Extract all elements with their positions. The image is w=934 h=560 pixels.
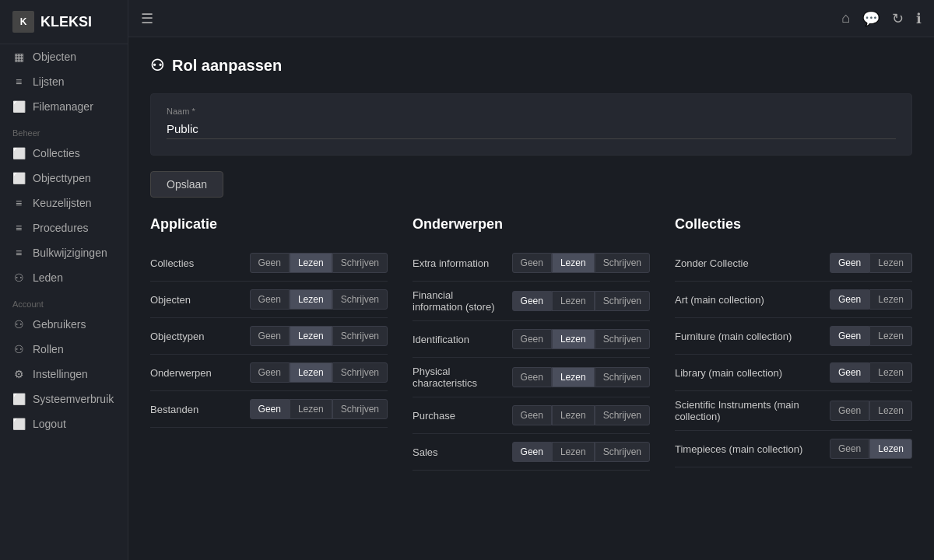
sidebar-item-leden[interactable]: ⚇ Leden [0, 265, 128, 290]
lezen-btn-furniture[interactable]: Lezen [869, 326, 912, 346]
lezen-btn-objecttypen[interactable]: Lezen [290, 326, 332, 346]
schrijven-btn-bestanden[interactable]: Schrijven [332, 399, 388, 419]
geen-btn-extra-info[interactable]: Geen [512, 253, 552, 273]
save-button[interactable]: Opslaan [150, 171, 223, 198]
instellingen-icon: ⚙ [12, 368, 25, 380]
lezen-btn-physical[interactable]: Lezen [552, 367, 595, 387]
perm-row-physical: Physical characteristics Geen Lezen Schr… [413, 358, 650, 397]
sidebar-item-keuzelijsten[interactable]: ≡ Keuzelijsten [0, 191, 128, 215]
geen-btn-purchase[interactable]: Geen [512, 405, 552, 425]
lezen-btn-financial-info[interactable]: Lezen [552, 291, 595, 311]
naam-input[interactable] [167, 119, 896, 139]
perm-label-zonder-collectie: Zonder Collectie [675, 257, 823, 269]
geen-btn-library[interactable]: Geen [830, 362, 869, 383]
geen-btn-zonder-collectie[interactable]: Geen [830, 253, 869, 273]
title-text: Rol aanpassen [172, 57, 282, 75]
schrijven-btn-extra-info[interactable]: Schrijven [595, 253, 650, 273]
lezen-btn-sales[interactable]: Lezen [552, 442, 595, 462]
perm-row-library: Library (main collection) Geen Lezen [675, 355, 912, 391]
geen-btn-objecttypen[interactable]: Geen [250, 326, 290, 346]
perm-buttons-physical: Geen Lezen Schrijven [512, 367, 650, 387]
main-area: ☰ ⌂ 💬 ↻ ℹ ⚇ Rol aanpassen Naam * Opslaan… [128, 0, 934, 560]
perm-buttons-financial-info: Geen Lezen Schrijven [512, 291, 650, 311]
sidebar-item-bulkwijzigingen[interactable]: ≡ Bulkwijzigingen [0, 240, 128, 265]
home-icon[interactable]: ⌂ [841, 10, 850, 26]
perm-buttons-library: Geen Lezen [830, 362, 912, 383]
schrijven-btn-sales[interactable]: Schrijven [595, 442, 650, 462]
geen-btn-bestanden[interactable]: Geen [250, 399, 290, 419]
schrijven-btn-purchase[interactable]: Schrijven [595, 405, 650, 425]
perm-buttons-scientific: Geen Lezen [830, 401, 912, 421]
perm-label-furniture: Furniture (main collection) [675, 331, 823, 342]
lezen-btn-objecten[interactable]: Lezen [290, 289, 332, 310]
perm-label-identification: Identification [413, 334, 506, 345]
lezen-btn-purchase[interactable]: Lezen [552, 405, 595, 425]
schrijven-btn-objecttypen[interactable]: Schrijven [332, 326, 388, 346]
perm-buttons-objecten: Geen Lezen Schrijven [250, 289, 388, 310]
sidebar-item-logout[interactable]: ⬜ Logout [0, 411, 128, 436]
list-icon: ≡ [12, 75, 25, 88]
lezen-btn-timepieces[interactable]: Lezen [869, 439, 912, 459]
lezen-btn-identification[interactable]: Lezen [552, 329, 595, 349]
perm-row-timepieces: Timepieces (main collection) Geen Lezen [675, 431, 912, 467]
lezen-btn-collecties[interactable]: Lezen [290, 253, 332, 273]
perm-row-objecten: Objecten Geen Lezen Schrijven [150, 282, 388, 318]
perm-buttons-bestanden: Geen Lezen Schrijven [250, 399, 388, 419]
geen-btn-art[interactable]: Geen [830, 289, 869, 310]
lezen-btn-art[interactable]: Lezen [869, 289, 912, 310]
sidebar-item-rollen[interactable]: ⚇ Rollen [0, 337, 128, 362]
perm-buttons-furniture: Geen Lezen [830, 326, 912, 346]
sidebar-item-gebruikers[interactable]: ⚇ Gebruikers [0, 312, 128, 337]
perm-row-art: Art (main collection) Geen Lezen [675, 282, 912, 318]
lezen-btn-library[interactable]: Lezen [869, 362, 912, 383]
message-icon[interactable]: 💬 [862, 10, 880, 27]
sidebar-item-collecties[interactable]: ⬜ Collecties [0, 141, 128, 166]
info-icon[interactable]: ℹ [916, 10, 922, 27]
sidebar-item-instellingen[interactable]: ⚙ Instellingen [0, 362, 128, 387]
sidebar-item-lijsten[interactable]: ≡ Lijsten [0, 69, 128, 94]
perm-buttons-art: Geen Lezen [830, 289, 912, 310]
schrijven-btn-financial-info[interactable]: Schrijven [595, 291, 650, 311]
perm-buttons-extra-info: Geen Lezen Schrijven [512, 253, 650, 273]
permissions-grid: Applicatie Collecties Geen Lezen Schrijv… [150, 216, 912, 471]
schrijven-btn-physical[interactable]: Schrijven [595, 367, 650, 387]
lezen-btn-scientific[interactable]: Lezen [869, 401, 912, 421]
sidebar-item-objecttypen[interactable]: ⬜ Objecttypen [0, 166, 128, 191]
schrijven-btn-objecten[interactable]: Schrijven [332, 289, 388, 310]
lezen-btn-extra-info[interactable]: Lezen [552, 253, 595, 273]
logo: K KLEKSI [0, 0, 128, 44]
perm-row-furniture: Furniture (main collection) Geen Lezen [675, 318, 912, 355]
geen-btn-scientific[interactable]: Geen [830, 401, 869, 421]
menu-icon[interactable]: ☰ [141, 10, 153, 27]
sidebar-item-filemanager[interactable]: ⬜ Filemanager [0, 94, 128, 119]
geen-btn-collecties[interactable]: Geen [250, 253, 290, 273]
geen-btn-physical[interactable]: Geen [512, 367, 552, 387]
schrijven-btn-onderwerpen[interactable]: Schrijven [332, 362, 388, 383]
naam-label: Naam * [167, 107, 896, 116]
refresh-icon[interactable]: ↻ [892, 10, 904, 27]
topbar: ☰ ⌂ 💬 ↻ ℹ [128, 0, 934, 37]
geen-btn-timepieces[interactable]: Geen [830, 439, 869, 459]
sidebar-item-procedures[interactable]: ≡ Procedures [0, 215, 128, 240]
schrijven-btn-identification[interactable]: Schrijven [595, 329, 650, 349]
sidebar-item-objecten[interactable]: ▦ Objecten [0, 44, 128, 69]
lezen-btn-bestanden[interactable]: Lezen [290, 399, 332, 419]
lezen-btn-zonder-collectie[interactable]: Lezen [869, 253, 912, 273]
perm-row-collecties: Collecties Geen Lezen Schrijven [150, 245, 388, 282]
onderwerpen-title: Onderwerpen [413, 216, 650, 233]
schrijven-btn-collecties[interactable]: Schrijven [332, 253, 388, 273]
geen-btn-sales[interactable]: Geen [512, 442, 552, 462]
lezen-btn-onderwerpen[interactable]: Lezen [290, 362, 332, 383]
perm-row-purchase: Purchase Geen Lezen Schrijven [413, 397, 650, 434]
perm-label-library: Library (main collection) [675, 367, 823, 379]
geen-btn-identification[interactable]: Geen [512, 329, 552, 349]
collecties-perm-title: Collecties [675, 216, 912, 233]
title-icon: ⚇ [150, 56, 164, 75]
geen-btn-furniture[interactable]: Geen [830, 326, 869, 346]
geen-btn-objecten[interactable]: Geen [250, 289, 290, 310]
geen-btn-onderwerpen[interactable]: Geen [250, 362, 290, 383]
perm-label-objecten: Objecten [150, 294, 244, 306]
perm-label-extra-info: Extra information [413, 257, 506, 269]
geen-btn-financial-info[interactable]: Geen [512, 291, 552, 311]
sidebar-item-systeemverbruik[interactable]: ⬜ Systeemverbruik [0, 387, 128, 411]
